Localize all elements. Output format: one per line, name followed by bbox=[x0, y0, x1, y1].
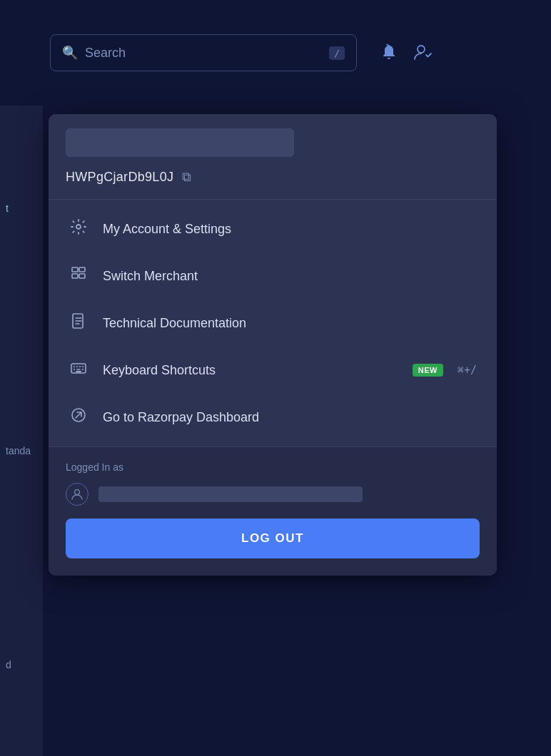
keyboard-shortcut-hint: ⌘+/ bbox=[458, 364, 477, 377]
nav-hint-d: d bbox=[0, 656, 17, 673]
menu-item-account[interactable]: My Account & Settings bbox=[49, 205, 497, 252]
menu-item-razorpay-dashboard[interactable]: Go to Razorpay Dashboard bbox=[49, 394, 497, 441]
docs-icon bbox=[69, 312, 89, 334]
menu-item-docs[interactable]: Technical Documentation bbox=[49, 300, 497, 347]
external-link-icon bbox=[69, 407, 89, 428]
account-settings-label: My Account & Settings bbox=[103, 222, 477, 237]
nav-hint-t: t bbox=[0, 200, 14, 217]
merchant-id-row: HWPgCjarDb9L0J ⧉ bbox=[66, 167, 480, 188]
svg-point-1 bbox=[418, 46, 425, 53]
user-avatar-placeholder bbox=[66, 128, 294, 157]
search-icon: 🔍 bbox=[62, 45, 78, 61]
bell-icon bbox=[380, 44, 398, 62]
search-shortcut: / bbox=[329, 46, 345, 60]
keyboard-shortcuts-label: Keyboard Shortcuts bbox=[103, 363, 393, 378]
header-icons bbox=[380, 44, 434, 62]
logout-button[interactable]: LOG OUT bbox=[66, 519, 480, 558]
search-label: Search bbox=[85, 46, 322, 61]
user-dropdown: HWPgCjarDb9L0J ⧉ My Account & Settings bbox=[49, 114, 497, 576]
user-menu-button[interactable] bbox=[413, 44, 434, 62]
switch-merchant-icon bbox=[69, 265, 89, 287]
user-check-icon bbox=[413, 44, 434, 62]
header: 🔍 Search / bbox=[0, 0, 551, 106]
razorpay-dashboard-label: Go to Razorpay Dashboard bbox=[103, 410, 477, 425]
nav-hint-tanda: tanda bbox=[0, 442, 36, 459]
keyboard-icon bbox=[69, 359, 89, 381]
tech-docs-label: Technical Documentation bbox=[103, 316, 477, 331]
copy-icon[interactable]: ⧉ bbox=[182, 170, 191, 185]
new-badge: NEW bbox=[413, 364, 443, 377]
svg-point-2 bbox=[76, 225, 81, 229]
svg-point-21 bbox=[75, 490, 80, 495]
user-email-placeholder bbox=[98, 486, 363, 502]
merchant-id: HWPgCjarDb9L0J bbox=[66, 170, 173, 185]
svg-rect-5 bbox=[79, 267, 85, 272]
logged-in-label: Logged In as bbox=[66, 461, 480, 473]
svg-line-0 bbox=[387, 45, 389, 46]
user-row bbox=[66, 483, 480, 506]
switch-merchant-label: Switch Merchant bbox=[103, 269, 477, 284]
dropdown-footer: Logged In as LOG OUT bbox=[49, 447, 497, 576]
svg-rect-3 bbox=[72, 267, 78, 272]
menu-items: My Account & Settings Switch Merchant bbox=[49, 200, 497, 446]
dropdown-header: HWPgCjarDb9L0J ⧉ bbox=[49, 114, 497, 199]
svg-rect-4 bbox=[72, 274, 78, 278]
svg-rect-6 bbox=[79, 274, 85, 278]
search-box[interactable]: 🔍 Search / bbox=[50, 34, 357, 71]
settings-icon bbox=[69, 218, 89, 240]
notifications-button[interactable] bbox=[380, 44, 398, 62]
menu-item-switch-merchant[interactable]: Switch Merchant bbox=[49, 252, 497, 300]
user-avatar-icon bbox=[66, 483, 89, 506]
sidebar bbox=[0, 0, 43, 756]
menu-item-keyboard-shortcuts[interactable]: Keyboard Shortcuts NEW ⌘+/ bbox=[49, 347, 497, 394]
